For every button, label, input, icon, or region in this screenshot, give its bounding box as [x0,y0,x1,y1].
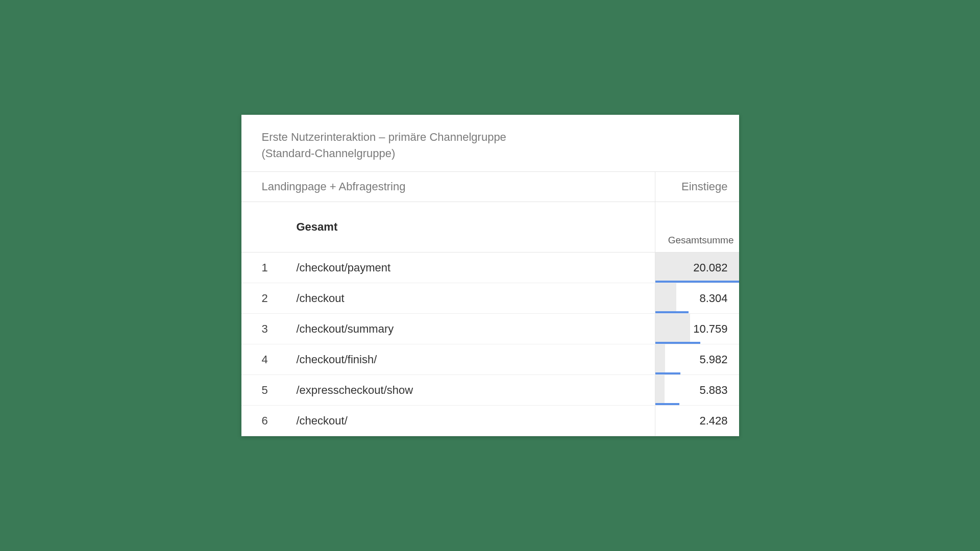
table-header-columns: Landingpage + Abfragestring Einstiege [241,172,739,202]
table-row[interactable]: 3/checkout/summary10.759 [241,314,739,344]
bar-foreground [655,403,680,405]
row-left: 1/checkout/payment [241,253,655,283]
total-label: Gesamt [241,202,655,252]
row-page-path: /checkout/ [297,414,348,428]
bar-foreground [655,342,701,344]
row-left: 6/checkout/ [241,406,655,436]
row-page-path: /expresscheckout/show [297,384,413,397]
total-row: Gesamt Gesamtsumme [241,202,739,253]
table-row[interactable]: 1/checkout/payment20.082 [241,253,739,283]
row-value: 20.082 [693,261,727,274]
row-page-path: /checkout [297,292,345,305]
row-value: 10.759 [693,322,727,336]
table-row[interactable]: 5/expresscheckout/show5.883 [241,375,739,406]
bar-background [655,314,691,344]
row-value: 5.982 [699,353,727,366]
bar-background [655,283,676,313]
bar-foreground [655,372,680,374]
row-number: 5 [262,384,297,397]
table-row[interactable]: 6/checkout/2.428 [241,406,739,436]
row-left: 2/checkout [241,283,655,313]
title-line1: Erste Nutzerinteraktion – primäre Channe… [262,131,506,143]
row-metric-cell: 5.982 [655,344,739,374]
analytics-table-panel: Erste Nutzerinteraktion – primäre Channe… [241,115,739,437]
bar-background [655,344,666,374]
table-header-primary: Erste Nutzerinteraktion – primäre Channe… [241,115,739,172]
row-value: 2.428 [699,414,727,428]
row-metric-cell: 5.883 [655,375,739,405]
bar-foreground [655,281,739,283]
row-left: 4/checkout/finish/ [241,344,655,374]
row-metric-cell: 20.082 [655,253,739,283]
bar-foreground [655,311,689,313]
total-sum-label: Gesamtsumme [655,202,739,252]
row-page-path: /checkout/finish/ [297,353,377,366]
row-metric-cell: 2.428 [655,406,739,436]
table-body: 1/checkout/payment20.0822/checkout8.3043… [241,253,739,436]
row-metric-cell: 10.759 [655,314,739,344]
row-number: 6 [262,414,297,428]
row-value: 5.883 [699,384,727,397]
row-number: 3 [262,322,297,336]
row-number: 1 [262,261,297,274]
table-row[interactable]: 4/checkout/finish/5.982 [241,344,739,375]
row-left: 5/expresscheckout/show [241,375,655,405]
row-number: 4 [262,353,297,366]
channel-group-title: Erste Nutzerinteraktion – primäre Channe… [262,129,719,162]
row-page-path: /checkout/summary [297,322,394,336]
row-number: 2 [262,292,297,305]
bar-background [655,375,665,405]
row-value: 8.304 [699,292,727,305]
title-line2: (Standard-Channelgruppe) [262,147,396,160]
row-left: 3/checkout/summary [241,314,655,344]
dimension-column-header[interactable]: Landingpage + Abfragestring [241,172,655,202]
metric-column-header[interactable]: Einstiege [655,172,739,202]
row-metric-cell: 8.304 [655,283,739,313]
row-page-path: /checkout/payment [297,261,391,274]
table-row[interactable]: 2/checkout8.304 [241,283,739,314]
